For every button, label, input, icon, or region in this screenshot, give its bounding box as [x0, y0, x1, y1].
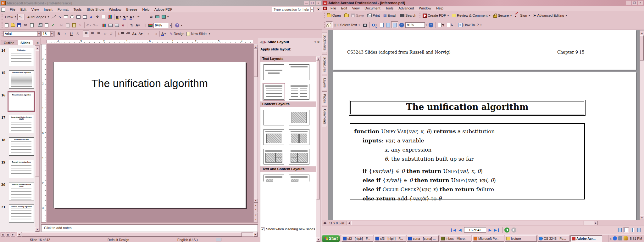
scroll-right-icon[interactable]: ▶: [594, 221, 598, 225]
insert-hyperlink-button[interactable]: ❦: [120, 22, 126, 28]
scroll-down-icon[interactable]: ▼: [640, 216, 644, 220]
keyboard-language-icon[interactable]: [216, 238, 221, 241]
menu-item[interactable]: Tools: [383, 6, 396, 11]
chevron-down-icon[interactable]: ▾: [169, 23, 171, 28]
scroll-left-icon[interactable]: ◀: [17, 232, 21, 237]
navigation-tab[interactable]: Signatures: [322, 54, 327, 74]
menu-item[interactable]: Help: [434, 6, 446, 11]
vertical-textbox-tool-icon[interactable]: [82, 14, 88, 20]
zoom-in-button[interactable]: +: [427, 21, 435, 28]
menu-item[interactable]: File: [328, 6, 339, 11]
insert-picture-icon[interactable]: [107, 14, 113, 20]
scrollbar-thumb[interactable]: [316, 61, 320, 199]
fit-width-button[interactable]: [391, 21, 398, 28]
zoom-combo[interactable]: 64% ▾: [153, 23, 172, 28]
taskbar-app-button[interactable]: Inbox - Micro...: [440, 235, 471, 242]
diagram-icon[interactable]: ❖: [94, 14, 101, 20]
close-button[interactable]: ×: [638, 1, 643, 5]
toolbar-options-icon[interactable]: ▾: [167, 15, 169, 18]
layout-thumbnail-text-content-b[interactable]: [289, 175, 309, 182]
minimize-button[interactable]: —: [626, 1, 631, 5]
draw-menu-button[interactable]: Draw▾: [3, 14, 17, 20]
taskbar-app-button[interactable]: sf3 - [nlpir] - F...: [374, 235, 406, 242]
zoom-in-tool-button[interactable]: ▾: [371, 21, 379, 28]
menu-item[interactable]: Document: [362, 6, 383, 11]
previous-page-button[interactable]: ◀: [457, 228, 463, 232]
menu-item[interactable]: Format: [55, 7, 71, 12]
navigation-tab[interactable]: Comments: [322, 107, 327, 127]
toolbar-grip[interactable]: [2, 14, 3, 20]
oval-tool-icon[interactable]: [69, 14, 75, 20]
navigation-tab[interactable]: Layers: [322, 76, 327, 90]
zoom-out-button[interactable]: −: [398, 21, 405, 28]
layout-thumbnail-title-content[interactable]: [264, 129, 284, 145]
slide-thumbnail-image[interactable]: Soundness of GMP: [9, 137, 34, 156]
email-button[interactable]: ✉: [22, 22, 29, 28]
utility-tray-icon[interactable]: [618, 236, 622, 240]
forward-arrow-icon[interactable]: ▶: [264, 40, 266, 44]
next-page-button[interactable]: ▶: [487, 228, 493, 232]
first-page-button[interactable]: ❙◀: [449, 228, 457, 232]
rotate-text-button[interactable]: ⇵: [108, 31, 114, 37]
scrollbar-thumb[interactable]: [640, 35, 644, 60]
menu-item[interactable]: Window: [416, 6, 434, 11]
scrollbar-thumb[interactable]: [254, 49, 258, 77]
menu-item[interactable]: Adobe PDF: [152, 7, 175, 12]
layout-thumbnail-title-only[interactable]: [289, 64, 309, 80]
layout-thumbnail-blank[interactable]: [264, 110, 284, 125]
font-size-combo[interactable]: 18 ▾: [42, 31, 53, 37]
hand-tool-button[interactable]: [326, 21, 333, 28]
task-button[interactable]: Sign ▾: [514, 12, 532, 19]
layout-thumbnail-title-text[interactable]: [264, 84, 284, 100]
scroll-up-icon[interactable]: ▲: [254, 44, 258, 49]
taskbar-app-button[interactable]: lecture: [505, 235, 537, 242]
toolbar-grip[interactable]: [2, 31, 3, 37]
chevron-down-icon[interactable]: ▾: [425, 24, 427, 26]
pdf-page-15[interactable]: CS3243 Slides (adapted from Russell and …: [333, 30, 636, 70]
navigation-tab[interactable]: Pages: [322, 91, 327, 105]
scrollbar-thumb[interactable]: [35, 50, 39, 176]
continuous-page-button[interactable]: [624, 227, 629, 233]
paste-button[interactable]: [71, 22, 77, 28]
taskbar-app-button[interactable]: sf3 - [nlpir] - F...: [341, 235, 373, 242]
new-slide-button[interactable]: New Slide: [186, 31, 208, 37]
slide-editor-canvas[interactable]: The unification algorithm: [47, 44, 253, 222]
slide-design-button[interactable]: ✎Design: [169, 31, 186, 37]
open-web-page-button[interactable]: [343, 12, 350, 19]
current-slide[interactable]: The unification algorithm: [53, 62, 246, 208]
split-view-icon[interactable]: ◀▶: [322, 222, 328, 224]
dash-style-icon[interactable]: ┄: [142, 14, 148, 20]
menu-item[interactable]: Edit: [339, 6, 350, 11]
checkbox-checked[interactable]: ✓: [261, 227, 264, 231]
taskpane-close-icon[interactable]: ×: [316, 40, 320, 44]
scrollbar-thumb[interactable]: [351, 221, 584, 225]
toolbar-options-icon[interactable]: ▾: [180, 24, 183, 27]
scroll-up-icon[interactable]: ▲: [316, 56, 320, 61]
scroll-left-icon[interactable]: ◀: [347, 221, 351, 225]
document-icon[interactable]: [1, 8, 5, 12]
actual-size-button[interactable]: [379, 21, 385, 28]
single-page-button[interactable]: [617, 227, 623, 233]
restore-button[interactable]: ❐: [632, 1, 637, 5]
fit-page-button[interactable]: [385, 21, 391, 28]
line-tool-icon[interactable]: [50, 14, 57, 20]
redo-button[interactable]: ↷▾: [92, 22, 99, 28]
text-shadow-button[interactable]: S: [75, 31, 81, 37]
task-button[interactable]: Create PDF ▾: [421, 12, 451, 19]
toolbar-grip[interactable]: [2, 22, 3, 28]
notes-pane[interactable]: Click to add notes: [41, 224, 258, 232]
decrease-indent-button[interactable]: ⇤: [146, 31, 152, 37]
taskbar-app-button[interactable]: suna - [suna] ...: [407, 235, 439, 242]
continuous-facing-button[interactable]: [630, 227, 635, 233]
layout-thumbnail-title-two-content[interactable]: [289, 129, 309, 145]
3d-style-icon[interactable]: [160, 14, 167, 20]
copy-button[interactable]: [64, 22, 71, 28]
messenger-tray-icon[interactable]: [613, 236, 617, 240]
slide-thumbnail-image[interactable]: Example knowledge base: [9, 160, 34, 178]
wordart-icon[interactable]: A: [88, 14, 94, 20]
chevron-down-icon[interactable]: ▾: [565, 14, 568, 17]
save-button[interactable]: Save: [350, 12, 366, 19]
layout-thumbnail-content[interactable]: [289, 110, 309, 125]
scroll-down-icon[interactable]: ▼: [316, 237, 320, 242]
chevron-down-icon[interactable]: ▾: [447, 14, 449, 17]
